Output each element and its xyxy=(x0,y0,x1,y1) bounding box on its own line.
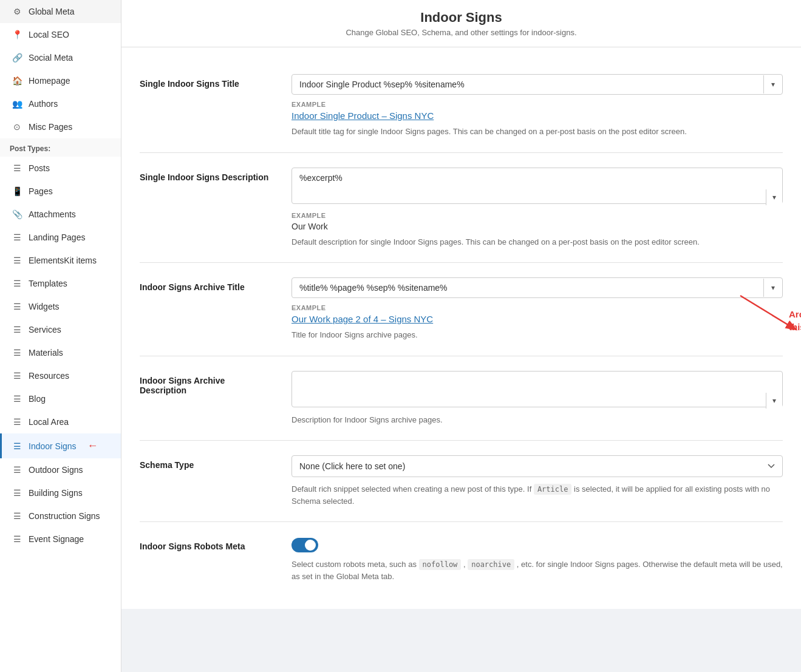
archive-title-control: %title% %page% %sep% %sitename% ▾ EXAMPL… xyxy=(291,277,783,341)
sidebar-item-construction-signs[interactable]: ☰ Construction Signs xyxy=(0,504,121,528)
sidebar-item-label: Global Meta xyxy=(29,7,74,16)
sidebar-item-templates[interactable]: ☰ Templates xyxy=(0,272,121,295)
doc-icon: ☰ xyxy=(12,347,22,358)
doc-icon: ☰ xyxy=(12,278,22,289)
single-title-description: Default title tag for single Indoor Sign… xyxy=(291,126,783,138)
single-description-example-text: Our Work xyxy=(291,222,783,231)
sidebar-item-label: Attachments xyxy=(29,209,76,219)
single-title-field-row: Single Indoor Signs Title Indoor Single … xyxy=(140,59,783,153)
archive-title-description: Title for Indoor Signs archive pages. xyxy=(291,329,783,341)
sidebar-item-label: Outdoor Signs xyxy=(29,465,83,475)
sidebar-item-building-signs[interactable]: ☰ Building Signs xyxy=(0,481,121,504)
sidebar-item-label: Authors xyxy=(29,99,58,109)
sidebar-item-blog[interactable]: ☰ Blog xyxy=(0,387,121,410)
single-description-desc: Default description for single Indoor Si… xyxy=(291,236,783,248)
sidebar-item-local-seo[interactable]: 📍 Local SEO xyxy=(0,23,121,46)
sidebar-item-label: Building Signs xyxy=(29,488,83,498)
main-content: Indoor Signs Change Global SEO, Schema, … xyxy=(121,0,801,672)
sidebar-item-elementskit-items[interactable]: ☰ ElementsKit items xyxy=(0,249,121,272)
schema-type-description: Default rich snippet selected when creat… xyxy=(291,483,783,507)
single-title-select-wrapper[interactable]: Indoor Single Product %sep% %sitename% ▾ xyxy=(291,74,783,95)
doc-icon: ☰ xyxy=(12,464,22,475)
sidebar-item-label: Resources xyxy=(29,371,69,381)
robots-meta-label: Indoor Signs Robots Meta xyxy=(140,537,273,551)
sidebar-item-landing-pages[interactable]: ☰ Landing Pages xyxy=(0,226,121,249)
sidebar-item-label: Widgets xyxy=(29,302,60,311)
annotation-container: Archive title is being replaced by this. xyxy=(789,296,801,333)
doc-icon: ☰ xyxy=(12,487,22,498)
sidebar-item-authors[interactable]: 👥 Authors xyxy=(0,92,121,115)
sidebar-item-indoor-signs[interactable]: ☰ Indoor Signs ← xyxy=(0,433,121,458)
page-title: Indoor Signs xyxy=(140,10,783,25)
sidebar-item-widgets[interactable]: ☰ Widgets xyxy=(0,295,121,318)
doc-icon: ☰ xyxy=(12,511,22,521)
robots-meta-field-row: Indoor Signs Robots Meta Select custom r… xyxy=(140,522,783,597)
archive-title-select-wrapper[interactable]: %title% %page% %sep% %sitename% ▾ xyxy=(291,277,783,298)
sidebar-item-label: Blog xyxy=(29,394,46,404)
archive-title-value: %title% %page% %sep% %sitename% xyxy=(292,278,763,297)
sidebar-item-social-meta[interactable]: 🔗 Social Meta xyxy=(0,46,121,69)
people-icon: 👥 xyxy=(12,98,22,109)
post-types-section-label: Post Types: xyxy=(0,138,121,157)
single-title-label: Single Indoor Signs Title xyxy=(140,74,273,89)
sidebar-arrow: ← xyxy=(87,440,98,452)
share-icon: 🔗 xyxy=(12,52,22,63)
sidebar-item-pages[interactable]: 📱 Pages xyxy=(0,180,121,203)
archive-title-example-link[interactable]: Our Work page 2 of 4 – Signs NYC xyxy=(291,314,783,324)
schema-type-field-row: Schema Type None (Click here to set one)… xyxy=(140,441,783,522)
content-area: Single Indoor Signs Title Indoor Single … xyxy=(121,47,801,609)
gear-icon: ⚙ xyxy=(12,6,22,17)
robots-meta-control: Select custom robots meta, such as nofol… xyxy=(291,537,783,582)
annotation-arrow xyxy=(734,290,801,338)
doc-icon: ☰ xyxy=(12,416,22,427)
sidebar-item-event-signage[interactable]: ☰ Event Signage xyxy=(0,528,121,551)
toggle-knob xyxy=(305,540,316,551)
page-header: Indoor Signs Change Global SEO, Schema, … xyxy=(121,0,801,47)
sidebar-item-posts[interactable]: ☰ Posts xyxy=(0,157,121,180)
sidebar-item-local-area[interactable]: ☰ Local Area xyxy=(0,410,121,433)
archive-description-chevron[interactable]: ▾ xyxy=(766,393,782,409)
single-description-textarea[interactable] xyxy=(291,168,783,204)
single-description-chevron[interactable]: ▾ xyxy=(766,189,782,205)
sidebar: ⚙ Global Meta 📍 Local SEO 🔗 Social Meta … xyxy=(0,0,121,672)
home-icon: 🏠 xyxy=(12,75,22,86)
sidebar-item-global-meta[interactable]: ⚙ Global Meta xyxy=(0,0,121,23)
sidebar-item-label: Construction Signs xyxy=(29,511,100,521)
schema-type-control: None (Click here to set one) Default ric… xyxy=(291,455,783,507)
sidebar-item-services[interactable]: ☰ Services xyxy=(0,318,121,341)
sidebar-item-label: Landing Pages xyxy=(29,232,85,242)
sidebar-item-resources[interactable]: ☰ Resources xyxy=(0,364,121,387)
doc-icon: ☰ xyxy=(12,370,22,381)
archive-description-textarea[interactable] xyxy=(291,371,783,407)
sidebar-item-label: Misc Pages xyxy=(29,122,72,132)
sidebar-item-label: Posts xyxy=(29,163,50,173)
schema-code: Article xyxy=(534,484,572,495)
archive-title-field-row: Indoor Signs Archive Title %title% %page… xyxy=(140,263,783,356)
single-description-field-row: Single Indoor Signs Description ▾ EXAMPL… xyxy=(140,153,783,263)
single-description-textarea-wrapper: ▾ xyxy=(291,168,783,206)
circle-icon: ⊙ xyxy=(12,121,22,132)
sidebar-item-misc-pages[interactable]: ⊙ Misc Pages xyxy=(0,115,121,138)
robots-meta-description: Select custom robots meta, such as nofol… xyxy=(291,558,783,582)
sidebar-item-homepage[interactable]: 🏠 Homepage xyxy=(0,69,121,92)
sidebar-item-label: ElementsKit items xyxy=(29,256,97,265)
archive-description-textarea-wrapper: ▾ xyxy=(291,371,783,409)
sidebar-item-label: Pages xyxy=(29,186,53,196)
archive-title-example-label: EXAMPLE xyxy=(291,304,783,311)
sidebar-item-label: Local SEO xyxy=(29,30,69,39)
sidebar-item-label: Social Meta xyxy=(29,53,73,63)
nofollow-code: nofollow xyxy=(419,559,462,570)
single-title-example-label: EXAMPLE xyxy=(291,101,783,108)
doc-icon: ☰ xyxy=(12,441,22,452)
archive-description-label: Indoor Signs Archive Description xyxy=(140,371,273,395)
schema-type-select[interactable]: None (Click here to set one) xyxy=(291,455,783,477)
single-title-chevron[interactable]: ▾ xyxy=(763,75,782,93)
noarchive-code: noarchive xyxy=(468,559,514,570)
sidebar-item-attachments[interactable]: 📎 Attachments xyxy=(0,203,121,226)
single-title-example-link[interactable]: Indoor Single Product – Signs NYC xyxy=(291,110,783,121)
sidebar-item-materials[interactable]: ☰ Materials xyxy=(0,341,121,364)
sidebar-item-outdoor-signs[interactable]: ☰ Outdoor Signs xyxy=(0,458,121,481)
svg-line-0 xyxy=(740,296,795,329)
robots-meta-toggle[interactable] xyxy=(291,538,318,552)
archive-title-label: Indoor Signs Archive Title xyxy=(140,277,273,292)
